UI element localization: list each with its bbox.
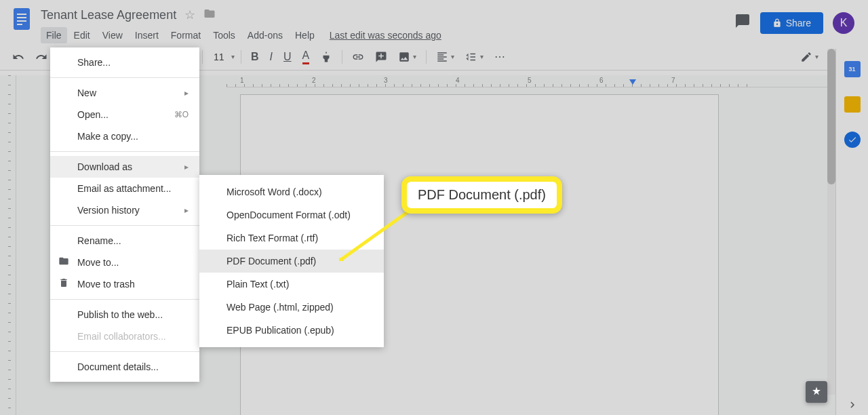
- ruler-num: 2: [312, 77, 316, 84]
- menu-format[interactable]: Format: [165, 27, 206, 43]
- menu-email-attachment[interactable]: Email as attachment...: [50, 178, 199, 199]
- submenu-html[interactable]: Web Page (.html, zipped): [199, 296, 384, 319]
- menu-email-collaborators: Email collaborators...: [50, 325, 199, 347]
- editing-mode-button[interactable]: [796, 47, 823, 67]
- ruler-num: 5: [528, 77, 532, 84]
- side-panel: 31: [835, 49, 868, 395]
- lock-icon: [772, 18, 782, 28]
- folder-icon[interactable]: [203, 7, 216, 23]
- app-header: Tenant Lease Agreement ☆ File Edit View …: [0, 0, 868, 43]
- highlight-button[interactable]: [316, 47, 336, 67]
- download-as-submenu: Microsoft Word (.docx) OpenDocument Form…: [199, 175, 384, 347]
- submenu-docx[interactable]: Microsoft Word (.docx): [199, 180, 384, 203]
- explore-button[interactable]: [806, 381, 827, 403]
- chevron-right-icon: ▸: [184, 205, 189, 215]
- italic-button[interactable]: I: [266, 47, 277, 67]
- ruler-num: 3: [384, 77, 388, 84]
- comment-button[interactable]: [371, 47, 391, 67]
- underline-button[interactable]: U: [279, 47, 296, 67]
- vertical-ruler[interactable]: [0, 75, 16, 415]
- docs-logo[interactable]: [8, 5, 35, 33]
- link-button[interactable]: [348, 47, 368, 67]
- ruler-num: 1: [240, 77, 244, 84]
- chevron-right-icon: ▸: [184, 162, 189, 172]
- menu-insert[interactable]: Insert: [130, 27, 164, 43]
- menu-edit[interactable]: Edit: [68, 27, 96, 43]
- ruler-num: 7: [671, 77, 675, 84]
- menu-make-copy[interactable]: Make a copy...: [50, 125, 199, 147]
- menu-version-history[interactable]: Version history▸: [50, 199, 199, 221]
- comments-icon[interactable]: [734, 13, 751, 33]
- menu-share[interactable]: Share...: [50, 52, 199, 73]
- menu-open[interactable]: Open...⌘O: [50, 104, 199, 125]
- ruler-num: 6: [599, 77, 604, 84]
- menu-addons[interactable]: Add-ons: [242, 27, 288, 43]
- document-title[interactable]: Tenant Lease Agreement: [41, 8, 176, 22]
- star-icon[interactable]: ☆: [184, 7, 195, 22]
- line-spacing-button[interactable]: [461, 47, 488, 67]
- redo-button[interactable]: [31, 47, 52, 67]
- image-button[interactable]: [394, 47, 420, 67]
- menu-download-as[interactable]: Download as▸: [50, 156, 199, 178]
- ruler-num: 4: [456, 77, 460, 84]
- submenu-epub[interactable]: EPUB Publication (.epub): [199, 319, 384, 342]
- tasks-icon[interactable]: [844, 132, 861, 148]
- horizontal-ruler[interactable]: 1 2 3 4 5 6 7: [226, 75, 835, 87]
- menu-file[interactable]: File: [41, 27, 67, 43]
- menu-new[interactable]: New▸: [50, 82, 199, 104]
- menubar: File Edit View Insert Format Tools Add-o…: [41, 27, 734, 43]
- svg-line-5: [339, 210, 410, 261]
- menu-view[interactable]: View: [97, 27, 128, 43]
- indent-marker-icon[interactable]: [629, 79, 636, 85]
- last-edit-link[interactable]: Last edit was seconds ago: [330, 30, 441, 41]
- menu-rename[interactable]: Rename...: [50, 230, 199, 252]
- svg-rect-0: [14, 8, 30, 30]
- scrollbar[interactable]: [827, 49, 835, 395]
- font-size-select[interactable]: 11: [208, 49, 235, 65]
- menu-tools[interactable]: Tools: [208, 27, 241, 43]
- align-button[interactable]: [432, 47, 458, 67]
- menu-publish-web[interactable]: Publish to the web...: [50, 304, 199, 325]
- file-menu-dropdown: Share... New▸ Open...⌘O Make a copy... D…: [50, 47, 199, 382]
- keep-icon[interactable]: [844, 96, 861, 113]
- chevron-right-icon: ▸: [184, 88, 189, 98]
- menu-document-details[interactable]: Document details...: [50, 356, 199, 378]
- svg-rect-4: [17, 24, 22, 25]
- avatar[interactable]: K: [833, 12, 854, 34]
- svg-rect-2: [17, 17, 26, 18]
- menu-help[interactable]: Help: [290, 27, 320, 43]
- trash-icon: [58, 277, 69, 291]
- share-button[interactable]: Share: [760, 12, 823, 34]
- callout-arrow-icon: [339, 210, 410, 261]
- bold-button[interactable]: B: [247, 47, 263, 67]
- menu-move-to-trash[interactable]: Move to trash: [50, 273, 199, 295]
- undo-button[interactable]: [8, 47, 28, 67]
- text-color-button[interactable]: A: [298, 45, 314, 68]
- more-button[interactable]: ⋯: [490, 46, 509, 67]
- svg-rect-1: [17, 14, 26, 15]
- svg-rect-3: [17, 20, 26, 22]
- calendar-icon[interactable]: 31: [844, 61, 861, 77]
- folder-icon: [58, 256, 69, 269]
- callout-highlight: PDF Document (.pdf): [401, 176, 562, 214]
- side-panel-toggle[interactable]: [835, 395, 868, 415]
- share-label: Share: [786, 18, 811, 28]
- submenu-txt[interactable]: Plain Text (.txt): [199, 273, 384, 296]
- menu-move-to[interactable]: Move to...: [50, 252, 199, 273]
